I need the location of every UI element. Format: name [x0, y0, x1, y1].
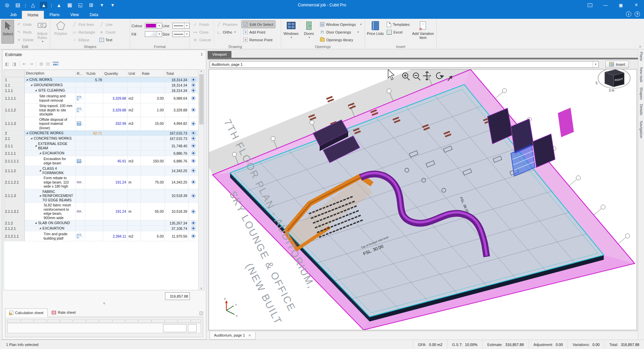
table-row[interactable]: 2.1.1.1 ◢EXCAVATION 6,886.76 — [4, 151, 204, 156]
expand-triangle-icon[interactable]: ◢ — [31, 83, 32, 87]
tab-calculation-sheet[interactable]: Calculation sheet — [5, 308, 48, 317]
expand-triangle-icon[interactable]: ◢ — [35, 144, 37, 148]
grid-dropdown-icon[interactable]: ▾ — [98, 2, 106, 8]
col-header-visibility[interactable] — [189, 70, 198, 77]
combo-dropdown-icon[interactable]: ▾ — [593, 61, 598, 67]
table-row[interactable]: 2.1.1.3 ◢FABRIC REINFORCEMENT TO EDGE BE… — [4, 189, 204, 203]
page-selector-combobox[interactable]: Auditorium, page 1 ▾ — [210, 61, 599, 68]
visibility-eye-icon[interactable] — [191, 209, 196, 214]
fill-picker[interactable]: ▾ — [145, 31, 162, 37]
templates-button[interactable]: Templates — [385, 20, 411, 28]
colour-picker[interactable]: ▾ — [145, 23, 162, 29]
sidebar-tab-plans[interactable]: Plans — [639, 52, 643, 61]
close-tab-icon[interactable]: ✕ — [248, 334, 251, 337]
calculation-value-cell[interactable] — [163, 324, 186, 332]
visibility-eye-icon[interactable] — [191, 221, 196, 225]
minimize-button[interactable]: — — [598, 0, 613, 10]
polyline-button[interactable]: Polyline — [52, 20, 70, 44]
collapse-sheet-chevron-icon[interactable]: ∨ — [2, 301, 206, 306]
visibility-eye-icon[interactable] — [191, 136, 196, 141]
viewport-tab[interactable]: Viewport — [208, 51, 231, 58]
finish-button[interactable]: ✓Finish — [191, 20, 212, 28]
col-header-total[interactable]: Total — [165, 70, 189, 77]
visibility-eye-icon[interactable] — [191, 108, 196, 112]
line-style-picker[interactable]: ▾ — [172, 23, 190, 29]
info-icon[interactable]: i — [626, 11, 631, 17]
close-shape-button[interactable]: ⊶Close — [191, 28, 212, 36]
count-button[interactable]: ∗Count — [98, 28, 117, 36]
estimate-vertical-scrollbar[interactable]: ∧ ∨ — [198, 70, 204, 290]
insert-level-icon[interactable]: ⊟ — [46, 61, 50, 66]
visibility-eye-icon[interactable] — [191, 194, 196, 198]
sidebar-tab-shapes[interactable]: Shapes — [639, 87, 643, 100]
col-header-result[interactable]: R... — [76, 70, 85, 77]
page-tab-auditorium[interactable]: Auditorium, page 1 ✕ — [210, 332, 256, 340]
visibility-eye-icon[interactable] — [191, 96, 196, 100]
help-icon[interactable]: ? — [635, 11, 640, 17]
add-point-button[interactable]: +Add Point — [241, 28, 275, 36]
visibility-eye-icon[interactable] — [191, 144, 196, 148]
find-replace-icon[interactable]: ABC — [53, 62, 58, 66]
visibility-eye-icon[interactable] — [191, 88, 196, 93]
table-row[interactable]: 2.1.1 ◢EXTERNAL EDGE BEAM 31,748.40 — [4, 141, 204, 151]
table-row[interactable]: 1 ◢CIVIL WORKS 5.78 18,314.34 — [4, 77, 204, 83]
door-openings-button[interactable]: ⊓Door Openings▾ — [318, 28, 363, 36]
col-header-pjob[interactable]: %Job — [85, 70, 103, 77]
ribbon-toggle-icon[interactable]: ↑ — [582, 0, 598, 10]
table-row[interactable]: 1.1.1 ◢SITE CLEARING 18,314.34 — [4, 88, 204, 93]
visibility-eye-icon[interactable] — [191, 159, 196, 163]
view-cube[interactable]: RIGHT S 3 m — [595, 69, 630, 92]
scroll-down-icon[interactable]: ∨ — [200, 287, 202, 290]
tab-rate-sheet[interactable]: Rate sheet — [48, 308, 79, 317]
expand-triangle-icon[interactable]: ◢ — [26, 131, 28, 135]
excel-button[interactable]: Excel — [385, 28, 411, 36]
expand-triangle-icon[interactable]: ◢ — [35, 88, 37, 93]
sheet-layout-icon[interactable]: ◫ — [199, 310, 203, 315]
remove-point-button[interactable]: ×Remove Point — [241, 36, 275, 44]
adjust-rates-button[interactable]: Adjust Rates▾ — [36, 20, 49, 44]
takeoff-result-icon[interactable] — [77, 108, 81, 112]
pick-lines-button[interactable]: ╱Pick lines — [70, 20, 97, 28]
takeoff-tool-icon[interactable]: ▲ — [55, 2, 63, 8]
visibility-eye-icon[interactable] — [191, 151, 196, 155]
phantom-button[interactable]: ╱Phantom — [215, 20, 239, 28]
takeoff-result-icon[interactable] — [77, 159, 81, 163]
text-button[interactable]: TText — [98, 36, 117, 44]
calculation-grid-row[interactable] — [7, 323, 201, 333]
visibility-eye-icon[interactable] — [191, 226, 196, 231]
expand-triangle-icon[interactable]: ◢ — [39, 226, 41, 231]
sidebar-tab-navigation[interactable]: Navigation — [639, 121, 643, 138]
table-row[interactable]: 2.1 ◢CONCRETING WORKS 167,015.73 — [4, 136, 204, 141]
pin-icon[interactable]: ↧ — [200, 52, 203, 57]
restore-button[interactable]: ▣ — [613, 0, 629, 10]
sidebar-tab-new-task[interactable]: New task — [639, 67, 643, 82]
table-row[interactable]: 2.1.2.1 ◢EXCAVATION 37,108.74 — [4, 226, 204, 231]
copy-rows-icon[interactable]: ◧ — [5, 61, 9, 66]
table-row[interactable]: 2.1.1.2.1 ◢Form rebate to edge beam, 110… — [4, 176, 204, 189]
indent-icon[interactable]: ⇥ — [30, 61, 33, 66]
tab-view[interactable]: View — [65, 11, 84, 19]
col-header-rate[interactable]: Rate — [141, 70, 165, 77]
insert-row-icon[interactable]: ⊞ — [39, 61, 43, 66]
redo-button[interactable]: ↷Redo — [15, 28, 35, 36]
cancel-button[interactable]: ⊘Cancel — [191, 36, 212, 44]
expand-triangle-icon[interactable]: ◢ — [39, 151, 41, 155]
tab-data[interactable]: Data — [84, 11, 103, 19]
table-row[interactable]: 1.1 ◢GROUNDWORKS 18,314.34 — [4, 83, 204, 88]
paste-rows-icon[interactable]: ◨ — [12, 61, 16, 66]
takeoff-result-icon[interactable] — [77, 96, 81, 100]
tab-plans[interactable]: Plans — [44, 11, 65, 19]
window-openings-button[interactable]: ▭Window Openings▾ — [318, 20, 363, 28]
price-lists-button[interactable]: Price Lists — [366, 20, 384, 44]
collapse-ribbon-icon[interactable]: ∧ — [639, 45, 641, 48]
scroll-up-icon[interactable]: ∧ — [200, 70, 202, 73]
qat-customize-icon[interactable]: ▾ — [109, 2, 116, 8]
table-row[interactable]: 1.1.1.3 ◢Offsite disposal of topsoil mat… — [4, 117, 204, 131]
sidebar-tab-details[interactable]: Details — [639, 104, 643, 115]
table-row[interactable]: 2.1.1.2 ◢CLASS 4 FORMWORK 14,343.25 — [4, 166, 204, 176]
takeoff-result-icon[interactable] — [77, 181, 81, 183]
takeoff-result-icon[interactable] — [77, 121, 81, 126]
drawing-canvas[interactable]: 7TH FLOOR PLAN - AUDITORIUM, SKY LOUNGE … — [209, 69, 637, 330]
table-row[interactable]: 1.1.1.2 ◢Strip topsoil, 100 mm total dep… — [4, 103, 204, 117]
takeoff-result-icon[interactable] — [77, 234, 81, 238]
